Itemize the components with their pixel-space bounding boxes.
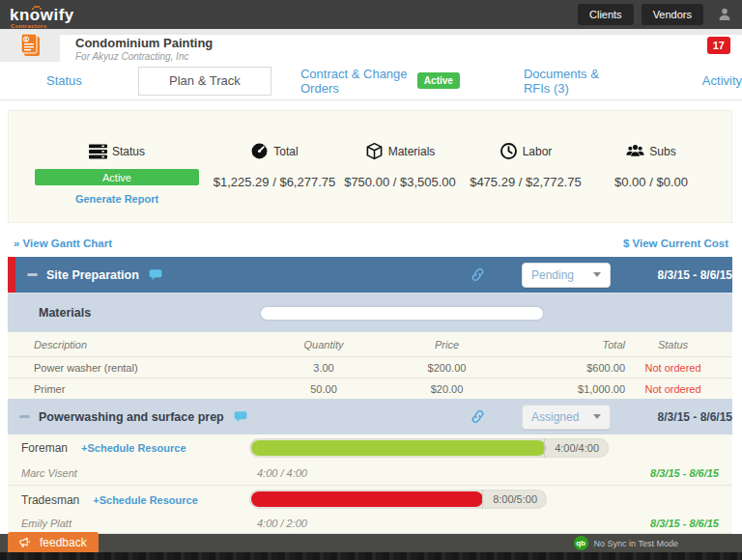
cube-icon bbox=[365, 142, 384, 160]
cell-total: $600.00 bbox=[517, 362, 625, 374]
task-dates: 8/3/15 - 8/6/15 bbox=[616, 410, 732, 424]
tab-activity[interactable]: Activity bbox=[702, 73, 742, 88]
invoice-document-icon: $ bbox=[18, 33, 42, 58]
col-status: Status bbox=[625, 339, 721, 350]
resources-section: Foreman +Schedule Resource 4:00/4:00 Mar… bbox=[8, 434, 732, 534]
phase-status-value: Pending bbox=[531, 268, 593, 282]
comment-icon[interactable] bbox=[149, 268, 162, 282]
feedback-button[interactable]: feedback bbox=[8, 532, 99, 552]
collapse-icon[interactable] bbox=[27, 273, 38, 276]
materials-section-title: Materials bbox=[39, 306, 91, 320]
status-active-button[interactable]: Active bbox=[35, 169, 199, 185]
phase-status-dropdown[interactable]: Pending bbox=[522, 263, 611, 288]
job-icon-block: $ bbox=[0, 29, 60, 62]
collapse-icon[interactable] bbox=[19, 415, 30, 418]
resource-row-foreman: Foreman +Schedule Resource 4:00/4:00 bbox=[8, 434, 732, 462]
task-powerwashing: Powerwashing and surface prep Assigned 8… bbox=[8, 399, 732, 434]
link-icon[interactable] bbox=[471, 409, 485, 424]
logo-crown-icon bbox=[36, 6, 38, 8]
knowify-logo[interactable]: knowify Contractors bbox=[10, 7, 74, 23]
view-gantt-label: View Gantt Chart bbox=[23, 238, 112, 249]
job-title-block: Condominium Painting For Akyuz Contracti… bbox=[75, 29, 213, 62]
task-status-value: Assigned bbox=[531, 410, 593, 424]
logo-text: knowify bbox=[10, 6, 74, 24]
resource-hours: 4:00 / 2:00 bbox=[257, 518, 307, 529]
resource-dates: 8/3/15 - 8/6/15 bbox=[650, 518, 719, 529]
subs-card-value: $0.00 / $0.00 bbox=[614, 175, 688, 189]
hours-progress-bar: 8:00/5:00 bbox=[249, 490, 547, 509]
tab-plan-track[interactable]: Plan & Track bbox=[138, 67, 271, 96]
labor-card-value: $475.29 / $2,772.75 bbox=[470, 175, 582, 189]
col-price: Price bbox=[377, 339, 517, 350]
cell-quantity: 3.00 bbox=[271, 362, 377, 374]
total-card-label: Total bbox=[273, 145, 298, 158]
dollar-icon: $ bbox=[623, 238, 629, 249]
clients-button[interactable]: Clients bbox=[578, 4, 634, 25]
feedback-label: feedback bbox=[40, 536, 87, 549]
generate-report-link[interactable]: Generate Report bbox=[75, 193, 158, 205]
tab-bar: Status Plan & Track Contract & Change Or… bbox=[0, 62, 742, 100]
schedule-resource-link[interactable]: +Schedule Resource bbox=[81, 442, 186, 454]
cell-total: $1,000.00 bbox=[517, 383, 625, 395]
subs-card-head: Subs bbox=[626, 142, 675, 160]
cell-status: Not ordered bbox=[625, 362, 721, 374]
tab-status[interactable]: Status bbox=[46, 73, 82, 88]
labor-card-label: Labor bbox=[523, 145, 553, 158]
comment-icon[interactable] bbox=[234, 410, 247, 424]
logo-subtext: Contractors bbox=[11, 23, 46, 29]
hours-progress-fill bbox=[251, 491, 483, 507]
job-title: Condominium Painting bbox=[75, 36, 213, 50]
resource-row-tradesman: Tradesman +Schedule Resource 8:00/5:00 bbox=[8, 486, 732, 514]
total-card: Total $1,225.29 / $6,277.75 bbox=[212, 142, 337, 222]
clock-icon bbox=[499, 142, 518, 160]
chevron-down-icon bbox=[593, 272, 601, 277]
cell-price: $200.00 bbox=[377, 362, 517, 374]
megaphone-icon bbox=[19, 536, 33, 549]
total-card-value: $1,225.29 / $6,277.75 bbox=[214, 175, 336, 189]
materials-card-value: $750.00 / $3,505.00 bbox=[344, 175, 456, 189]
resource-hours: 4:00 / 4:00 bbox=[257, 467, 307, 479]
col-description: Description bbox=[34, 339, 271, 350]
notification-badge[interactable]: 17 bbox=[707, 37, 730, 54]
task-status-dropdown[interactable]: Assigned bbox=[522, 405, 611, 430]
table-row[interactable]: Power washer (rental) 3.00 $200.00 $600.… bbox=[8, 356, 732, 378]
tab-contract[interactable]: Contract & Change Orders Active bbox=[300, 67, 460, 96]
desktop-background-strip bbox=[0, 552, 742, 560]
cell-quantity: 50.00 bbox=[271, 383, 377, 395]
subs-card-label: Subs bbox=[649, 145, 675, 158]
hours-progress-label: 8:00/5:00 bbox=[482, 490, 547, 509]
chevron-down-icon bbox=[593, 414, 601, 419]
footer-bar: feedback qb No Sync in Test Mode bbox=[0, 534, 742, 552]
tab-plan-track-label: Plan & Track bbox=[169, 73, 241, 88]
tab-documents[interactable]: Documents & RFIs (3) bbox=[524, 67, 623, 96]
task-controls: Assigned 8/3/15 - 8/6/15 bbox=[471, 405, 732, 430]
materials-table: Description Quantity Price Total Status … bbox=[8, 332, 732, 399]
labor-card-head: Labor bbox=[499, 142, 553, 160]
link-icon[interactable] bbox=[471, 267, 485, 282]
hours-progress-fill bbox=[251, 440, 546, 456]
cell-description: Power washer (rental) bbox=[34, 362, 271, 374]
view-cost-label: View Current Cost bbox=[633, 238, 728, 249]
gauge-icon bbox=[250, 142, 269, 160]
topbar-actions: Clients Vendors bbox=[578, 4, 732, 25]
hours-progress-bar: 4:00/4:00 bbox=[249, 438, 609, 458]
user-icon[interactable] bbox=[717, 7, 732, 22]
view-cost-link[interactable]: $ View Current Cost bbox=[623, 238, 728, 249]
phase-title: Site Preparation bbox=[46, 268, 139, 282]
resource-name: Marc Visent bbox=[21, 467, 77, 479]
col-total: Total bbox=[517, 339, 625, 350]
resource-role: Tradesman bbox=[21, 493, 79, 507]
schedule-resource-link[interactable]: +Schedule Resource bbox=[93, 494, 198, 506]
status-card-label: Status bbox=[112, 145, 145, 158]
contract-active-badge: Active bbox=[417, 72, 460, 89]
top-bar: knowify Contractors Clients Vendors bbox=[0, 0, 742, 29]
hours-progress-label: 4:00/4:00 bbox=[544, 438, 609, 458]
status-card: Status Active Generate Report bbox=[22, 142, 212, 222]
summary-panel: Status Active Generate Report Total $1,2… bbox=[8, 110, 732, 223]
collapse-icon[interactable] bbox=[19, 312, 30, 315]
col-quantity: Quantity bbox=[271, 339, 377, 350]
vendors-button[interactable]: Vendors bbox=[642, 4, 703, 25]
view-gantt-link[interactable]: » View Gantt Chart bbox=[14, 238, 112, 249]
tab-contract-label[interactable]: Contract & Change Orders bbox=[300, 67, 410, 96]
table-row[interactable]: Primer 50.00 $20.00 $1,000.00 Not ordere… bbox=[8, 378, 732, 399]
